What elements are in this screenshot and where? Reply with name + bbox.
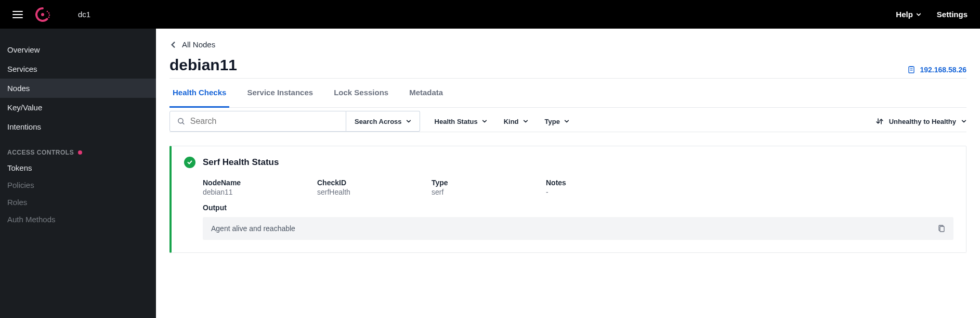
output-box: Agent alive and reachable (203, 217, 953, 240)
sidebar-section-access-controls: ACCESS CONTROLS (0, 136, 156, 159)
settings-link[interactable]: Settings (937, 10, 968, 19)
nodename-value: debian11 (203, 188, 255, 196)
copy-icon[interactable] (937, 224, 945, 233)
kind-label: Kind (504, 118, 519, 125)
clipboard-icon (907, 66, 916, 74)
datacenter-label[interactable]: dc1 (78, 10, 90, 19)
type-value: serf (432, 188, 484, 196)
checkid-label: CheckID (317, 179, 369, 187)
breadcrumb-back[interactable]: All Nodes (169, 40, 966, 49)
chevron-down-icon (482, 119, 487, 124)
help-link[interactable]: Help (896, 10, 921, 19)
check-pass-icon (184, 157, 195, 168)
chevron-down-icon (523, 119, 528, 124)
search-icon (177, 117, 185, 125)
output-text: Agent alive and reachable (211, 224, 295, 233)
type-label: Type (432, 179, 484, 187)
breadcrumb-label: All Nodes (182, 40, 215, 49)
settings-label: Settings (937, 10, 968, 19)
tab-service-instances[interactable]: Service Instances (244, 79, 316, 107)
svg-point-0 (41, 13, 44, 16)
search-across-dropdown[interactable]: Search Across (346, 111, 420, 132)
chevron-down-icon (916, 12, 921, 17)
svg-point-3 (49, 14, 50, 16)
page-title: debian11 (169, 56, 237, 74)
filter-bar: Search Across Health Status Kind Type Un… (169, 111, 966, 132)
sort-icon (876, 117, 884, 125)
field-type: Type serf (432, 179, 484, 196)
svg-point-1 (47, 10, 48, 12)
type-label: Type (545, 118, 560, 125)
chevron-down-icon (564, 119, 569, 124)
help-label: Help (896, 10, 913, 19)
notes-label: Notes (546, 179, 598, 187)
field-nodename: NodeName debian11 (203, 179, 255, 196)
svg-point-2 (48, 12, 50, 14)
sidebar-item-nodes[interactable]: Nodes (0, 79, 156, 98)
tab-lock-sessions[interactable]: Lock Sessions (331, 79, 391, 107)
status-dot-icon (78, 150, 82, 155)
main-content: All Nodes debian11 192.168.58.26 Health … (156, 29, 980, 318)
field-notes: Notes - (546, 179, 598, 196)
kind-filter[interactable]: Kind (502, 111, 530, 132)
sidebar-item-roles[interactable]: Roles (0, 194, 156, 211)
type-filter[interactable]: Type (543, 111, 571, 132)
health-check-card: Serf Health Status NodeName debian11 Che… (169, 146, 966, 253)
search-across-label: Search Across (355, 118, 402, 125)
check-title: Serf Health Status (203, 157, 279, 168)
access-controls-label: ACCESS CONTROLS (7, 149, 74, 156)
sort-dropdown[interactable]: Unhealthy to Healthy (876, 117, 966, 125)
tab-health-checks[interactable]: Health Checks (169, 79, 229, 108)
chevron-down-icon (406, 119, 411, 124)
menu-button[interactable] (12, 11, 23, 18)
sidebar-item-keyvalue[interactable]: Key/Value (0, 98, 156, 117)
checkid-value: serfHealth (317, 188, 369, 196)
sort-label: Unhealthy to Healthy (889, 118, 956, 125)
search-input[interactable] (190, 117, 338, 126)
sidebar-item-policies[interactable]: Policies (0, 176, 156, 194)
field-checkid: CheckID serfHealth (317, 179, 369, 196)
top-bar: dc1 Help Settings (0, 0, 980, 29)
ip-address-link[interactable]: 192.168.58.26 (907, 66, 966, 74)
sidebar-item-tokens[interactable]: Tokens (0, 159, 156, 176)
sidebar-item-auth-methods[interactable]: Auth Methods (0, 211, 156, 228)
sidebar: Overview Services Nodes Key/Value Intent… (0, 29, 156, 318)
tabs: Health Checks Service Instances Lock Ses… (169, 79, 966, 108)
sidebar-item-overview[interactable]: Overview (0, 40, 156, 59)
chevron-left-icon (169, 41, 177, 48)
svg-line-10 (182, 123, 184, 124)
sidebar-item-intentions[interactable]: Intentions (0, 117, 156, 136)
search-input-wrap[interactable] (169, 111, 346, 132)
svg-rect-6 (910, 66, 913, 67)
svg-rect-5 (909, 67, 914, 73)
svg-rect-12 (940, 226, 944, 232)
health-status-filter[interactable]: Health Status (433, 111, 489, 132)
nodename-label: NodeName (203, 179, 255, 187)
output-label: Output (203, 203, 953, 212)
notes-value: - (546, 188, 598, 196)
tab-metadata[interactable]: Metadata (406, 79, 446, 107)
chevron-down-icon (961, 119, 966, 124)
sidebar-item-services[interactable]: Services (0, 59, 156, 79)
health-status-label: Health Status (435, 118, 478, 125)
logo-icon[interactable] (34, 6, 51, 23)
svg-point-4 (48, 16, 50, 18)
ip-address-text: 192.168.58.26 (920, 66, 966, 74)
